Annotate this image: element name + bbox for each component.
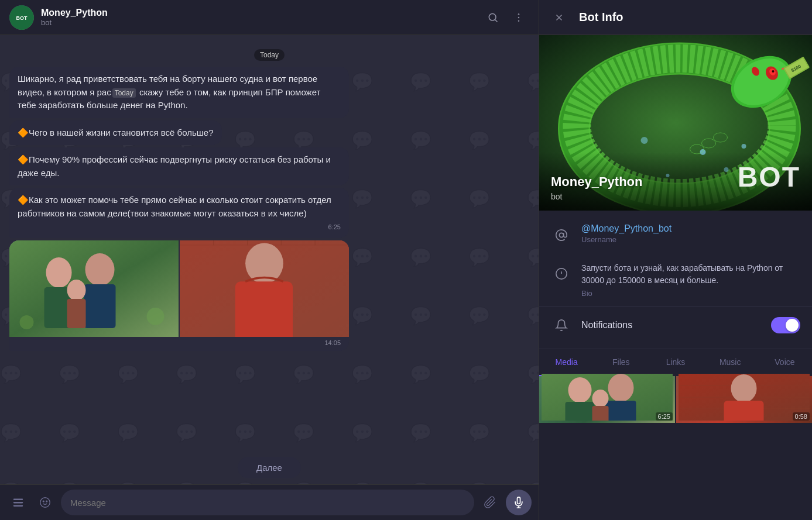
- chat-header-info: Money_Python bot: [41, 8, 482, 27]
- svg-rect-11: [84, 284, 116, 328]
- svg-point-15: [147, 308, 165, 325]
- message-bubble: 🔶Чего в нашей жизни становится всё больш…: [9, 120, 222, 146]
- images-message-time: 14:05: [9, 337, 349, 351]
- tab-files[interactable]: Files: [594, 349, 648, 376]
- svg-point-69: [592, 390, 609, 407]
- media-thumb-2[interactable]: 0:58: [676, 376, 812, 423]
- svg-point-8: [46, 257, 72, 288]
- tab-voice[interactable]: Voice: [758, 349, 812, 376]
- username-content: @Money_Python_bot Username: [581, 223, 800, 244]
- message-input[interactable]: [61, 490, 474, 515]
- svg-point-31: [46, 501, 47, 502]
- search-button[interactable]: [482, 7, 503, 28]
- message-time: 6:25: [18, 222, 341, 232]
- chat-header-actions: [482, 7, 529, 28]
- message-text: 🔶Как это может помочь тебе прямо сейчас …: [18, 195, 331, 218]
- dalee-button[interactable]: Далее: [238, 457, 301, 478]
- at-icon: [551, 225, 572, 246]
- date-divider: Today: [9, 49, 529, 60]
- username-value[interactable]: @Money_Python_bot: [581, 223, 800, 234]
- tab-media[interactable]: Media: [539, 349, 594, 376]
- svg-point-65: [568, 377, 592, 403]
- toggle-knob: [786, 319, 799, 332]
- svg-point-52: [641, 137, 648, 144]
- svg-point-67: [608, 374, 634, 402]
- chat-header: BOT Money_Python bot: [0, 0, 539, 35]
- info-rows: @Money_Python_bot Username Запусти бота …: [539, 211, 812, 349]
- chat-input-area: [0, 484, 539, 520]
- svg-point-30: [43, 501, 44, 502]
- more-options-button[interactable]: [508, 7, 529, 28]
- username-row: @Money_Python_bot Username: [539, 215, 812, 254]
- bio-content: Запусти бота и узнай, как зарабатывать н…: [581, 262, 800, 298]
- tab-links[interactable]: Links: [648, 349, 703, 376]
- close-button[interactable]: [549, 7, 570, 28]
- svg-point-12: [67, 280, 86, 301]
- svg-text:BOT: BOT: [16, 15, 28, 21]
- svg-point-2: [489, 13, 496, 20]
- tab-music[interactable]: Music: [703, 349, 758, 376]
- bot-banner-name: Money_Python: [551, 174, 642, 190]
- bot-banner-tag: bot: [551, 192, 562, 201]
- attach-button[interactable]: [479, 491, 501, 514]
- message-bubble: Шикарно, я рад приветствовать тебя на бо…: [9, 67, 349, 118]
- avatar-image: BOT: [9, 5, 34, 30]
- svg-rect-25: [235, 281, 293, 337]
- message-text: 🔶Почему 90% профессий сейчас подвергнуты…: [18, 154, 331, 178]
- svg-point-76: [731, 374, 757, 402]
- chat-status: bot: [41, 18, 482, 27]
- message-text: Шикарно, я рад приветствовать тебя на бо…: [18, 74, 320, 110]
- svg-point-45: [772, 70, 775, 73]
- svg-rect-27: [13, 502, 23, 503]
- emoji-button[interactable]: [34, 491, 56, 514]
- notifications-label: Notifications: [581, 320, 762, 330]
- chat-image-man: [180, 240, 349, 337]
- svg-point-29: [40, 498, 50, 508]
- dalee-container: Далее: [0, 451, 539, 484]
- chat-messages: Today Шикарно, я рад приветствовать тебя…: [0, 35, 539, 451]
- info-icon: [551, 263, 572, 284]
- svg-point-4: [518, 16, 520, 18]
- svg-point-10: [85, 253, 115, 286]
- media-time-2: 0:58: [793, 412, 810, 421]
- media-thumb-1[interactable]: 6:25: [539, 376, 675, 423]
- bio-label: Bio: [581, 289, 800, 298]
- message-bubble: 🔶Почему 90% профессий сейчас подвергнуты…: [9, 147, 349, 185]
- info-panel: Bot Info: [539, 0, 812, 520]
- svg-rect-13: [67, 299, 86, 328]
- svg-point-3: [518, 13, 520, 15]
- bio-text: Запусти бота и узнай, как зарабатывать н…: [581, 262, 800, 287]
- bell-icon: [551, 315, 572, 336]
- svg-point-54: [742, 144, 746, 149]
- bot-banner-label: BOT: [738, 161, 800, 193]
- media-time-1: 6:25: [656, 412, 673, 421]
- images-grid: [9, 240, 349, 337]
- notifications-row: Notifications: [539, 306, 812, 344]
- svg-point-14: [20, 315, 34, 329]
- svg-rect-68: [606, 401, 636, 421]
- bio-row: Запусти бота и узнай, как зарабатывать н…: [539, 254, 812, 306]
- message-text: 🔶Чего в нашей жизни становится всё больш…: [18, 128, 214, 137]
- svg-rect-28: [13, 505, 23, 507]
- avatar: BOT: [9, 5, 34, 30]
- svg-point-59: [559, 233, 563, 237]
- media-grid: 6:25 0:58: [539, 376, 812, 423]
- username-label: Username: [581, 235, 800, 244]
- chat-panel: BOT Money_Python bot Today: [0, 0, 539, 520]
- svg-rect-70: [592, 406, 609, 421]
- menu-button[interactable]: [7, 491, 29, 514]
- notifications-toggle[interactable]: [771, 317, 800, 333]
- info-header: Bot Info: [539, 0, 812, 35]
- svg-point-5: [518, 20, 520, 22]
- svg-rect-66: [566, 402, 595, 421]
- mic-button[interactable]: [506, 490, 532, 515]
- chat-image-family: [9, 240, 179, 337]
- info-panel-title: Bot Info: [579, 11, 623, 24]
- message-with-images: 14:05: [9, 240, 349, 351]
- svg-rect-77: [724, 401, 764, 421]
- chat-name: Money_Python: [41, 8, 482, 18]
- bot-banner: $100: [539, 35, 812, 211]
- svg-rect-26: [13, 499, 23, 500]
- message-bubble: 🔶Как это может помочь тебе прямо сейчас …: [9, 188, 349, 238]
- media-tabs: Media Files Links Music Voice: [539, 349, 812, 376]
